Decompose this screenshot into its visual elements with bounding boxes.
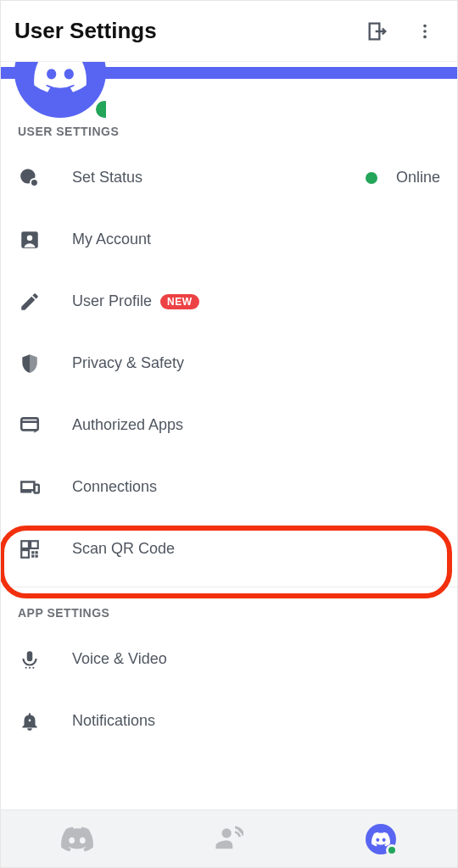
nav-avatar xyxy=(366,824,396,854)
row-privacy-safety[interactable]: Privacy & Safety xyxy=(1,332,457,394)
header-actions xyxy=(366,19,444,43)
nav-friends[interactable] xyxy=(206,821,252,857)
svg-rect-11 xyxy=(31,541,38,548)
svg-point-17 xyxy=(25,666,27,668)
row-set-status[interactable]: Set Status Online xyxy=(1,147,457,209)
status-trailing: Online xyxy=(366,169,440,186)
svg-point-1 xyxy=(423,30,427,33)
row-voice-video[interactable]: Voice & Video xyxy=(1,628,457,690)
svg-rect-9 xyxy=(34,484,38,492)
row-label-text: User Profile xyxy=(72,292,152,310)
app-settings-list: Voice & Video Notifications xyxy=(1,628,457,752)
section-heading-user: USER SETTINGS xyxy=(1,121,457,147)
status-icon xyxy=(18,166,42,190)
svg-point-5 xyxy=(31,179,37,185)
svg-rect-15 xyxy=(31,554,34,557)
page-title: User Settings xyxy=(14,18,366,44)
svg-point-0 xyxy=(423,24,427,27)
svg-point-19 xyxy=(32,666,34,668)
svg-rect-10 xyxy=(21,541,29,548)
row-notifications[interactable]: Notifications xyxy=(1,690,457,752)
row-connections[interactable]: Connections xyxy=(1,456,457,518)
bottom-nav xyxy=(1,810,457,867)
row-label: Notifications xyxy=(72,712,440,730)
presence-indicator xyxy=(386,844,398,856)
more-vertical-icon xyxy=(416,22,434,41)
section-heading-app: APP SETTINGS xyxy=(1,603,457,628)
pencil-icon xyxy=(18,290,42,314)
discord-logo-icon xyxy=(61,826,93,852)
account-icon xyxy=(18,228,42,252)
nav-home[interactable] xyxy=(54,821,100,857)
row-label: Connections xyxy=(72,478,440,496)
devices-icon xyxy=(18,476,42,499)
bell-icon xyxy=(18,709,42,733)
svg-point-7 xyxy=(27,235,33,241)
section-divider xyxy=(1,587,457,587)
new-badge: NEW xyxy=(160,294,199,309)
svg-rect-14 xyxy=(36,551,38,554)
online-dot-icon xyxy=(366,172,377,184)
shield-icon xyxy=(18,352,42,376)
microphone-icon xyxy=(18,648,42,671)
nav-profile[interactable] xyxy=(358,821,404,857)
row-my-account[interactable]: My Account xyxy=(1,209,457,270)
row-user-profile[interactable]: User Profile NEW xyxy=(1,270,457,332)
presence-indicator xyxy=(92,97,106,120)
svg-point-2 xyxy=(423,35,427,38)
row-label: Privacy & Safety xyxy=(72,354,440,372)
svg-rect-16 xyxy=(36,554,38,557)
svg-point-18 xyxy=(29,666,31,668)
discord-logo-icon xyxy=(34,62,87,98)
svg-rect-13 xyxy=(31,551,34,554)
row-label: User Profile NEW xyxy=(72,292,440,310)
svg-point-20 xyxy=(29,719,31,721)
status-text: Online xyxy=(396,169,440,186)
row-authorized-apps[interactable]: Authorized Apps xyxy=(1,394,457,456)
row-label: Authorized Apps xyxy=(72,416,440,434)
row-label: My Account xyxy=(72,231,440,248)
row-label: Voice & Video xyxy=(72,650,440,668)
row-label: Scan QR Code xyxy=(72,540,440,558)
row-scan-qr[interactable]: Scan QR Code xyxy=(1,518,457,580)
header-bar: User Settings xyxy=(1,1,457,62)
exit-icon xyxy=(366,19,389,43)
friend-wave-icon xyxy=(215,825,243,854)
apps-icon xyxy=(18,414,42,437)
user-settings-list: Set Status Online My Account User Profil… xyxy=(1,147,457,580)
logout-button[interactable] xyxy=(366,19,389,43)
svg-rect-12 xyxy=(21,550,29,558)
profile-banner xyxy=(1,62,457,121)
qr-icon xyxy=(18,537,42,561)
svg-rect-8 xyxy=(21,418,38,430)
more-button[interactable] xyxy=(413,19,437,43)
row-label: Set Status xyxy=(72,169,335,186)
